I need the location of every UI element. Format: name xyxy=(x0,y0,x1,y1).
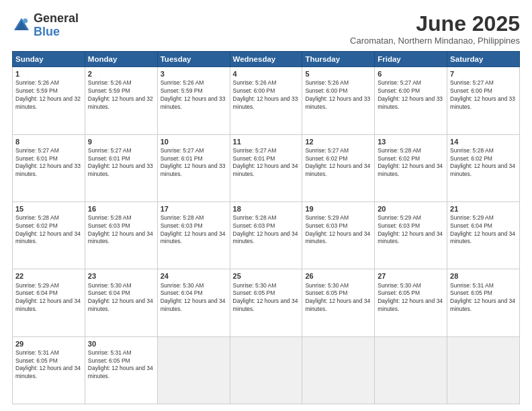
col-wednesday: Wednesday xyxy=(230,52,302,67)
day-info: Sunrise: 5:27 AMSunset: 6:01 PMDaylight:… xyxy=(161,147,226,177)
day-number: 22 xyxy=(15,271,82,281)
day-info: Sunrise: 5:30 AMSunset: 6:04 PMDaylight:… xyxy=(88,282,153,312)
day-info: Sunrise: 5:26 AMSunset: 5:59 PMDaylight:… xyxy=(161,79,226,109)
day-cell-24: 24 Sunrise: 5:30 AMSunset: 6:04 PMDaylig… xyxy=(157,269,230,336)
logo-icon xyxy=(12,16,31,35)
day-number: 24 xyxy=(161,271,227,281)
day-cell-11: 11 Sunrise: 5:27 AMSunset: 6:01 PMDaylig… xyxy=(230,134,302,201)
col-monday: Monday xyxy=(85,52,157,67)
day-number: 14 xyxy=(450,137,517,146)
day-info: Sunrise: 5:31 AMSunset: 6:05 PMDaylight:… xyxy=(15,349,81,379)
day-number: 10 xyxy=(161,137,227,146)
day-info: Sunrise: 5:31 AMSunset: 6:05 PMDaylight:… xyxy=(450,282,515,312)
day-info: Sunrise: 5:26 AMSunset: 5:59 PMDaylight:… xyxy=(15,79,81,109)
col-saturday: Saturday xyxy=(447,52,520,67)
day-cell-14: 14 Sunrise: 5:28 AMSunset: 6:02 PMDaylig… xyxy=(447,134,520,201)
day-info: Sunrise: 5:29 AMSunset: 6:04 PMDaylight:… xyxy=(450,214,515,244)
title-block: June 2025 Caromatan, Northern Mindanao, … xyxy=(350,12,520,46)
day-info: Sunrise: 5:28 AMSunset: 6:02 PMDaylight:… xyxy=(450,147,515,177)
day-number: 17 xyxy=(161,204,227,214)
day-cell-23: 23 Sunrise: 5:30 AMSunset: 6:04 PMDaylig… xyxy=(85,269,157,336)
day-info: Sunrise: 5:27 AMSunset: 6:01 PMDaylight:… xyxy=(15,147,81,177)
calendar-row-2: 8 Sunrise: 5:27 AMSunset: 6:01 PMDayligh… xyxy=(13,134,520,201)
day-cell-20: 20 Sunrise: 5:29 AMSunset: 6:03 PMDaylig… xyxy=(375,201,447,269)
day-cell-21: 21 Sunrise: 5:29 AMSunset: 6:04 PMDaylig… xyxy=(447,201,520,269)
day-number: 6 xyxy=(378,69,444,79)
header-row: Sunday Monday Tuesday Wednesday Thursday… xyxy=(13,52,520,67)
location: Caromatan, Northern Mindanao, Philippine… xyxy=(350,36,520,46)
day-cell-4: 4 Sunrise: 5:26 AMSunset: 6:00 PMDayligh… xyxy=(230,67,302,134)
day-number: 13 xyxy=(378,137,444,146)
calendar-row-1: 1 Sunrise: 5:26 AMSunset: 5:59 PMDayligh… xyxy=(13,67,520,134)
day-info: Sunrise: 5:28 AMSunset: 6:03 PMDaylight:… xyxy=(161,214,226,244)
col-friday: Friday xyxy=(375,52,447,67)
empty-cell xyxy=(302,336,375,404)
header: General Blue June 2025 Caromatan, Northe… xyxy=(12,12,520,46)
day-cell-5: 5 Sunrise: 5:26 AMSunset: 6:00 PMDayligh… xyxy=(302,67,375,134)
day-cell-17: 17 Sunrise: 5:28 AMSunset: 6:03 PMDaylig… xyxy=(157,201,230,269)
day-cell-1: 1 Sunrise: 5:26 AMSunset: 5:59 PMDayligh… xyxy=(13,67,85,134)
day-number: 9 xyxy=(88,137,154,146)
day-info: Sunrise: 5:27 AMSunset: 6:00 PMDaylight:… xyxy=(378,79,443,109)
day-number: 29 xyxy=(15,339,82,349)
day-info: Sunrise: 5:28 AMSunset: 6:03 PMDaylight:… xyxy=(88,214,153,244)
col-sunday: Sunday xyxy=(13,52,85,67)
calendar-row-4: 22 Sunrise: 5:29 AMSunset: 6:04 PMDaylig… xyxy=(13,269,520,336)
day-info: Sunrise: 5:29 AMSunset: 6:03 PMDaylight:… xyxy=(305,214,370,244)
day-info: Sunrise: 5:27 AMSunset: 6:00 PMDaylight:… xyxy=(450,79,515,109)
day-info: Sunrise: 5:28 AMSunset: 6:02 PMDaylight:… xyxy=(378,147,443,177)
day-info: Sunrise: 5:27 AMSunset: 6:01 PMDaylight:… xyxy=(88,147,153,177)
day-number: 26 xyxy=(305,271,371,281)
day-number: 11 xyxy=(233,137,300,146)
day-cell-8: 8 Sunrise: 5:27 AMSunset: 6:01 PMDayligh… xyxy=(13,134,85,201)
day-cell-7: 7 Sunrise: 5:27 AMSunset: 6:00 PMDayligh… xyxy=(447,67,520,134)
day-info: Sunrise: 5:30 AMSunset: 6:04 PMDaylight:… xyxy=(161,282,226,312)
day-number: 15 xyxy=(15,204,82,214)
logo: General Blue xyxy=(12,12,79,39)
day-info: Sunrise: 5:30 AMSunset: 6:05 PMDaylight:… xyxy=(378,282,443,312)
day-cell-29: 29 Sunrise: 5:31 AMSunset: 6:05 PMDaylig… xyxy=(13,336,85,404)
day-cell-25: 25 Sunrise: 5:30 AMSunset: 6:05 PMDaylig… xyxy=(230,269,302,336)
logo-blue: Blue xyxy=(34,26,79,39)
day-cell-9: 9 Sunrise: 5:27 AMSunset: 6:01 PMDayligh… xyxy=(85,134,157,201)
col-tuesday: Tuesday xyxy=(157,52,230,67)
day-number: 20 xyxy=(378,204,444,214)
day-cell-6: 6 Sunrise: 5:27 AMSunset: 6:00 PMDayligh… xyxy=(375,67,447,134)
day-number: 8 xyxy=(15,137,82,146)
logo-text: General Blue xyxy=(34,12,79,39)
calendar: Sunday Monday Tuesday Wednesday Thursday… xyxy=(12,51,520,404)
day-info: Sunrise: 5:27 AMSunset: 6:02 PMDaylight:… xyxy=(305,147,370,177)
day-cell-3: 3 Sunrise: 5:26 AMSunset: 5:59 PMDayligh… xyxy=(157,67,230,134)
day-number: 4 xyxy=(233,69,300,79)
day-info: Sunrise: 5:26 AMSunset: 5:59 PMDaylight:… xyxy=(88,79,153,109)
day-info: Sunrise: 5:28 AMSunset: 6:02 PMDaylight:… xyxy=(15,214,81,244)
calendar-row-3: 15 Sunrise: 5:28 AMSunset: 6:02 PMDaylig… xyxy=(13,201,520,269)
day-number: 30 xyxy=(88,339,154,349)
day-cell-16: 16 Sunrise: 5:28 AMSunset: 6:03 PMDaylig… xyxy=(85,201,157,269)
day-number: 12 xyxy=(305,137,371,146)
day-cell-18: 18 Sunrise: 5:28 AMSunset: 6:03 PMDaylig… xyxy=(230,201,302,269)
day-info: Sunrise: 5:28 AMSunset: 6:03 PMDaylight:… xyxy=(233,214,298,244)
day-cell-27: 27 Sunrise: 5:30 AMSunset: 6:05 PMDaylig… xyxy=(375,269,447,336)
day-number: 2 xyxy=(88,69,154,79)
day-cell-15: 15 Sunrise: 5:28 AMSunset: 6:02 PMDaylig… xyxy=(13,201,85,269)
day-number: 27 xyxy=(378,271,444,281)
day-info: Sunrise: 5:27 AMSunset: 6:01 PMDaylight:… xyxy=(233,147,298,177)
day-info: Sunrise: 5:30 AMSunset: 6:05 PMDaylight:… xyxy=(233,282,298,312)
logo-general: General xyxy=(34,12,79,26)
day-info: Sunrise: 5:31 AMSunset: 6:05 PMDaylight:… xyxy=(88,349,153,379)
day-number: 5 xyxy=(305,69,371,79)
day-cell-22: 22 Sunrise: 5:29 AMSunset: 6:04 PMDaylig… xyxy=(13,269,85,336)
calendar-row-5: 29 Sunrise: 5:31 AMSunset: 6:05 PMDaylig… xyxy=(13,336,520,404)
day-number: 18 xyxy=(233,204,300,214)
day-number: 7 xyxy=(450,69,517,79)
empty-cell xyxy=(157,336,230,404)
day-cell-10: 10 Sunrise: 5:27 AMSunset: 6:01 PMDaylig… xyxy=(157,134,230,201)
day-cell-19: 19 Sunrise: 5:29 AMSunset: 6:03 PMDaylig… xyxy=(302,201,375,269)
day-cell-30: 30 Sunrise: 5:31 AMSunset: 6:05 PMDaylig… xyxy=(85,336,157,404)
day-cell-2: 2 Sunrise: 5:26 AMSunset: 5:59 PMDayligh… xyxy=(85,67,157,134)
page: General Blue June 2025 Caromatan, Northe… xyxy=(0,0,532,411)
day-info: Sunrise: 5:29 AMSunset: 6:03 PMDaylight:… xyxy=(378,214,443,244)
day-number: 25 xyxy=(233,271,300,281)
day-number: 23 xyxy=(88,271,154,281)
